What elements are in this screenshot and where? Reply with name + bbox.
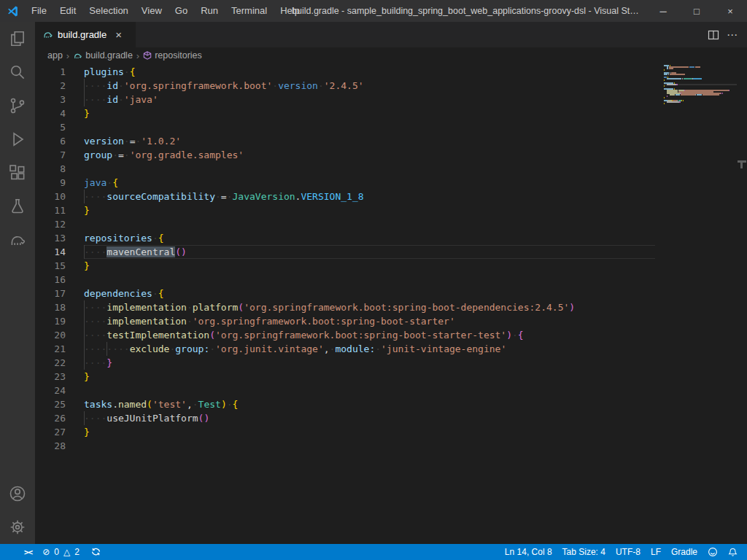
code-line[interactable]: 14····mavenCentral() bbox=[35, 245, 655, 259]
code-token: } bbox=[84, 108, 90, 119]
editor[interactable]: 1plugins·{2····id·'org.springframework.b… bbox=[35, 63, 747, 544]
maximize-button[interactable]: □ bbox=[680, 0, 713, 22]
code-token: } bbox=[107, 357, 112, 368]
minimap-token bbox=[664, 79, 665, 81]
code-line[interactable]: 19····implementation·'org.springframewor… bbox=[35, 314, 655, 328]
problems-indicator[interactable]: ⊘0 △2 bbox=[37, 544, 86, 560]
whitespace-dots: ···· bbox=[84, 330, 107, 341]
line-number: 3 bbox=[35, 93, 84, 106]
whitespace-dots: · bbox=[215, 191, 221, 202]
code-line[interactable]: 7group·=·'org.gradle.samples' bbox=[35, 148, 655, 162]
run-debug-button[interactable] bbox=[0, 122, 35, 156]
code-line[interactable]: 28 bbox=[35, 439, 655, 453]
code-line[interactable]: 25tasks.named('test',·Test)·{ bbox=[35, 397, 655, 411]
overview-ruler[interactable] bbox=[737, 63, 747, 544]
remote-indicator[interactable]: >< bbox=[19, 544, 37, 560]
close-button[interactable]: × bbox=[713, 0, 747, 22]
line-number: 27 bbox=[35, 425, 84, 439]
code-line[interactable]: 10····sourceCompatibility·=·JavaVersion.… bbox=[35, 190, 655, 203]
code-line[interactable]: 5 bbox=[35, 120, 655, 134]
language-mode[interactable]: Gradle bbox=[666, 544, 703, 560]
code-line[interactable]: 13repositories·{ bbox=[35, 231, 655, 245]
code-line[interactable]: 1plugins·{ bbox=[35, 65, 655, 79]
code-line[interactable]: 9java·{ bbox=[35, 176, 655, 190]
minimize-button[interactable]: ─ bbox=[646, 0, 680, 22]
code-line[interactable]: 15} bbox=[35, 259, 655, 273]
minimap[interactable] bbox=[664, 65, 737, 106]
code-line[interactable]: 16 bbox=[35, 273, 655, 287]
line-content: } bbox=[84, 425, 655, 439]
menu-terminal[interactable]: Terminal bbox=[225, 0, 274, 22]
more-actions-icon[interactable]: ⋯ bbox=[727, 28, 738, 42]
minimap-token bbox=[667, 78, 681, 79]
menu-help[interactable]: Help bbox=[274, 0, 306, 22]
menu-file[interactable]: File bbox=[25, 0, 53, 22]
tab-build-gradle[interactable]: build.gradle × bbox=[35, 22, 136, 47]
extensions-button[interactable] bbox=[0, 156, 35, 190]
minimap-token bbox=[670, 74, 685, 75]
code-line[interactable]: 12 bbox=[35, 217, 655, 231]
code-line[interactable]: 17dependencies·{ bbox=[35, 287, 655, 300]
line-content: group·=·'org.gradle.samples' bbox=[84, 148, 655, 162]
tab-close-icon[interactable]: × bbox=[115, 29, 122, 40]
line-content: } bbox=[84, 370, 655, 384]
whitespace-dots: ···· bbox=[84, 357, 107, 368]
code-token: ( bbox=[147, 399, 152, 410]
whitespace-dots: · bbox=[118, 94, 124, 105]
code-line[interactable]: 27} bbox=[35, 425, 655, 439]
line-number: 22 bbox=[35, 356, 84, 370]
code-line[interactable]: 18····implementation·platform('org.sprin… bbox=[35, 300, 655, 314]
minimap-token bbox=[669, 68, 673, 69]
accounts-button[interactable] bbox=[0, 477, 35, 510]
encoding-setting[interactable]: UTF-8 bbox=[611, 544, 646, 560]
code-token: ( bbox=[175, 246, 181, 257]
code-line[interactable]: 11} bbox=[35, 203, 655, 217]
code-token: VERSION_1_8 bbox=[301, 191, 363, 202]
gradle-sidebar-button[interactable] bbox=[0, 223, 35, 257]
feedback-button[interactable] bbox=[703, 544, 723, 560]
code-line[interactable]: 20····testImplementation('org.springfram… bbox=[35, 328, 655, 342]
code-token: 'org.springframework.boot:spring-boot-st… bbox=[193, 316, 455, 327]
code-token: ( bbox=[209, 330, 215, 341]
code-line[interactable]: 2····id·'org.springframework.boot'·versi… bbox=[35, 79, 655, 93]
menu-go[interactable]: Go bbox=[169, 0, 194, 22]
breadcrumb: app › build.gradle › repositories bbox=[35, 47, 747, 63]
code-line[interactable]: 26····useJUnitPlatform() bbox=[35, 411, 655, 425]
code-token: implementation bbox=[107, 302, 187, 313]
line-content: ····useJUnitPlatform() bbox=[84, 411, 655, 425]
settings-button[interactable] bbox=[0, 510, 35, 544]
minimap-token bbox=[689, 66, 694, 68]
menu-run[interactable]: Run bbox=[194, 0, 225, 22]
line-content: } bbox=[84, 106, 655, 120]
menu-edit[interactable]: Edit bbox=[53, 0, 82, 22]
code-line[interactable]: 24 bbox=[35, 384, 655, 397]
indentation-setting[interactable]: Tab Size: 4 bbox=[557, 544, 611, 560]
testing-button[interactable] bbox=[0, 190, 35, 223]
explorer-button[interactable] bbox=[0, 22, 35, 55]
split-editor-icon[interactable] bbox=[708, 29, 719, 41]
notifications-button[interactable] bbox=[723, 544, 743, 560]
breadcrumb-build-gradle[interactable]: build.gradle bbox=[73, 50, 133, 61]
menu-view[interactable]: View bbox=[135, 0, 169, 22]
minimap-token bbox=[693, 78, 702, 79]
gradle-sync-indicator[interactable] bbox=[86, 544, 106, 560]
code-line[interactable]: 8 bbox=[35, 162, 655, 176]
source-control-button[interactable] bbox=[0, 89, 35, 122]
whitespace-dots: · bbox=[152, 288, 158, 299]
cursor-position[interactable]: Ln 14, Col 8 bbox=[500, 544, 557, 560]
code-line[interactable]: 22····} bbox=[35, 356, 655, 370]
menu-selection[interactable]: Selection bbox=[82, 0, 134, 22]
breadcrumb-repositories[interactable]: repositories bbox=[143, 50, 202, 61]
code-token: 'junit-vintage-engine' bbox=[381, 343, 506, 354]
code-token: 'org.gradle.samples' bbox=[130, 149, 244, 160]
eol-setting[interactable]: LF bbox=[646, 544, 666, 560]
minimap-token bbox=[703, 94, 719, 96]
code-line[interactable]: 4} bbox=[35, 106, 655, 120]
code-line[interactable]: 23} bbox=[35, 370, 655, 384]
code-line[interactable]: 3····id·'java' bbox=[35, 93, 655, 106]
search-button[interactable] bbox=[0, 55, 35, 89]
code-token: module: bbox=[335, 343, 375, 354]
code-line[interactable]: 21········exclude·group:·'org.junit.vint… bbox=[35, 342, 655, 356]
code-line[interactable]: 6version·=·'1.0.2' bbox=[35, 134, 655, 148]
breadcrumb-app[interactable]: app bbox=[47, 50, 63, 61]
